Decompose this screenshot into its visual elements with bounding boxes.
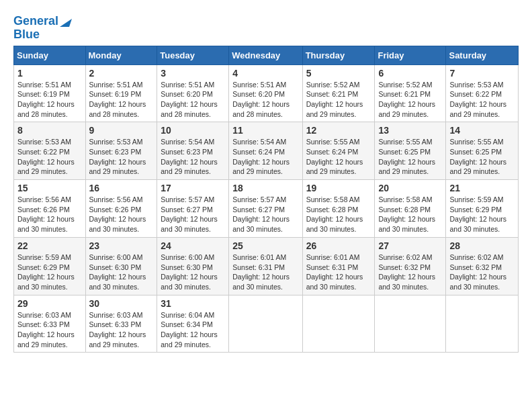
day-info: Sunrise: 5:59 AMSunset: 6:29 PMDaylight:…: [449, 195, 506, 233]
day-info: Sunrise: 5:55 AMSunset: 6:25 PMDaylight:…: [449, 138, 506, 175]
calendar-week-row: 1 Sunrise: 5:51 AMSunset: 6:19 PMDayligh…: [14, 64, 519, 122]
day-number: 20: [378, 183, 442, 193]
day-number: 30: [89, 298, 154, 309]
day-number: 27: [378, 240, 442, 251]
day-number: 22: [17, 240, 82, 251]
day-info: Sunrise: 5:53 AMSunset: 6:23 PMDaylight:…: [89, 138, 146, 175]
calendar-cell: 31 Sunrise: 6:04 AMSunset: 6:34 PMDaylig…: [157, 295, 229, 353]
calendar-header-tuesday: Tuesday: [157, 46, 229, 64]
day-info: Sunrise: 6:02 AMSunset: 6:32 PMDaylight:…: [449, 253, 506, 291]
calendar-cell: [302, 295, 375, 353]
calendar-cell: 25 Sunrise: 6:01 AMSunset: 6:31 PMDaylig…: [229, 237, 302, 295]
day-number: 2: [89, 68, 154, 79]
calendar-cell: 29 Sunrise: 6:03 AMSunset: 6:33 PMDaylig…: [14, 295, 86, 353]
day-number: 4: [232, 68, 298, 79]
calendar-cell: 9 Sunrise: 5:53 AMSunset: 6:23 PMDayligh…: [85, 122, 157, 180]
calendar-week-row: 8 Sunrise: 5:53 AMSunset: 6:22 PMDayligh…: [14, 122, 519, 180]
calendar-header-friday: Friday: [375, 46, 446, 64]
day-number: 26: [306, 240, 371, 251]
calendar-cell: 19 Sunrise: 5:58 AMSunset: 6:28 PMDaylig…: [302, 180, 375, 238]
day-number: 9: [89, 125, 154, 136]
day-number: 3: [161, 68, 225, 79]
calendar-cell: 2 Sunrise: 5:51 AMSunset: 6:19 PMDayligh…: [85, 64, 157, 122]
day-info: Sunrise: 5:57 AMSunset: 6:27 PMDaylight:…: [232, 195, 290, 233]
day-info: Sunrise: 5:58 AMSunset: 6:28 PMDaylight:…: [306, 195, 363, 233]
calendar-cell: 21 Sunrise: 5:59 AMSunset: 6:29 PMDaylig…: [446, 180, 519, 238]
day-info: Sunrise: 6:03 AMSunset: 6:33 PMDaylight:…: [17, 311, 75, 349]
calendar-cell: 10 Sunrise: 5:54 AMSunset: 6:23 PMDaylig…: [157, 122, 229, 180]
day-info: Sunrise: 5:52 AMSunset: 6:21 PMDaylight:…: [378, 81, 435, 118]
day-number: 13: [378, 125, 442, 136]
day-number: 23: [89, 240, 154, 251]
day-info: Sunrise: 5:53 AMSunset: 6:22 PMDaylight:…: [17, 138, 75, 175]
day-number: 19: [306, 183, 371, 193]
calendar-header-monday: Monday: [85, 46, 157, 64]
calendar-table: SundayMondayTuesdayWednesdayThursdayFrid…: [13, 46, 519, 353]
day-info: Sunrise: 5:54 AMSunset: 6:23 PMDaylight:…: [161, 138, 218, 175]
day-number: 21: [449, 183, 515, 193]
calendar-cell: 24 Sunrise: 6:00 AMSunset: 6:30 PMDaylig…: [157, 237, 229, 295]
day-number: 17: [161, 183, 225, 193]
day-number: 5: [306, 68, 371, 79]
day-number: 31: [161, 298, 225, 309]
logo-text-blue: Blue: [13, 28, 40, 41]
calendar-cell: 28 Sunrise: 6:02 AMSunset: 6:32 PMDaylig…: [446, 237, 519, 295]
calendar-header-thursday: Thursday: [302, 46, 375, 64]
calendar-cell: 1 Sunrise: 5:51 AMSunset: 6:19 PMDayligh…: [14, 64, 86, 122]
calendar-cell: 7 Sunrise: 5:53 AMSunset: 6:22 PMDayligh…: [446, 64, 519, 122]
header: General Blue: [13, 12, 519, 42]
day-info: Sunrise: 5:57 AMSunset: 6:27 PMDaylight:…: [161, 195, 218, 233]
day-number: 15: [17, 183, 82, 193]
day-number: 12: [306, 125, 371, 136]
day-number: 7: [449, 68, 515, 79]
calendar-cell: 18 Sunrise: 5:57 AMSunset: 6:27 PMDaylig…: [229, 180, 302, 238]
day-info: Sunrise: 6:03 AMSunset: 6:33 PMDaylight:…: [89, 311, 146, 349]
day-number: 28: [449, 240, 515, 251]
day-info: Sunrise: 5:55 AMSunset: 6:24 PMDaylight:…: [306, 138, 363, 175]
calendar-cell: 27 Sunrise: 6:02 AMSunset: 6:32 PMDaylig…: [375, 237, 446, 295]
day-number: 11: [232, 125, 298, 136]
calendar-cell: [446, 295, 519, 353]
calendar-week-row: 22 Sunrise: 5:59 AMSunset: 6:29 PMDaylig…: [14, 237, 519, 295]
day-info: Sunrise: 5:54 AMSunset: 6:24 PMDaylight:…: [232, 138, 290, 175]
calendar-cell: 8 Sunrise: 5:53 AMSunset: 6:22 PMDayligh…: [14, 122, 86, 180]
calendar-cell: 23 Sunrise: 6:00 AMSunset: 6:30 PMDaylig…: [85, 237, 157, 295]
calendar-cell: [229, 295, 302, 353]
logo-text-general: General: [13, 15, 58, 28]
calendar-cell: 4 Sunrise: 5:51 AMSunset: 6:20 PMDayligh…: [229, 64, 302, 122]
day-number: 18: [232, 183, 298, 193]
logo: General Blue: [13, 15, 72, 42]
calendar-cell: 26 Sunrise: 6:01 AMSunset: 6:31 PMDaylig…: [302, 237, 375, 295]
day-info: Sunrise: 5:56 AMSunset: 6:26 PMDaylight:…: [89, 195, 146, 233]
day-number: 8: [17, 125, 82, 136]
calendar-cell: 16 Sunrise: 5:56 AMSunset: 6:26 PMDaylig…: [85, 180, 157, 238]
svg-marker-0: [60, 19, 72, 27]
calendar-week-row: 15 Sunrise: 5:56 AMSunset: 6:26 PMDaylig…: [14, 180, 519, 238]
day-number: 16: [89, 183, 154, 193]
page-container: General Blue SundayMondayTuesdayWednesda…: [0, 0, 532, 359]
calendar-cell: 15 Sunrise: 5:56 AMSunset: 6:26 PMDaylig…: [14, 180, 86, 238]
day-info: Sunrise: 6:04 AMSunset: 6:34 PMDaylight:…: [161, 311, 218, 349]
calendar-cell: 14 Sunrise: 5:55 AMSunset: 6:25 PMDaylig…: [446, 122, 519, 180]
calendar-header-wednesday: Wednesday: [229, 46, 302, 64]
calendar-week-row: 29 Sunrise: 6:03 AMSunset: 6:33 PMDaylig…: [14, 295, 519, 353]
calendar-cell: [375, 295, 446, 353]
calendar-header-saturday: Saturday: [446, 46, 519, 64]
day-info: Sunrise: 5:56 AMSunset: 6:26 PMDaylight:…: [17, 195, 75, 233]
day-info: Sunrise: 5:59 AMSunset: 6:29 PMDaylight:…: [17, 253, 75, 291]
day-info: Sunrise: 6:00 AMSunset: 6:30 PMDaylight:…: [89, 253, 146, 291]
day-number: 24: [161, 240, 225, 251]
calendar-cell: 12 Sunrise: 5:55 AMSunset: 6:24 PMDaylig…: [302, 122, 375, 180]
calendar-cell: 3 Sunrise: 5:51 AMSunset: 6:20 PMDayligh…: [157, 64, 229, 122]
day-number: 25: [232, 240, 298, 251]
calendar-cell: 11 Sunrise: 5:54 AMSunset: 6:24 PMDaylig…: [229, 122, 302, 180]
day-info: Sunrise: 5:51 AMSunset: 6:19 PMDaylight:…: [89, 81, 146, 118]
day-number: 6: [378, 68, 442, 79]
calendar-cell: 20 Sunrise: 5:58 AMSunset: 6:28 PMDaylig…: [375, 180, 446, 238]
day-info: Sunrise: 5:53 AMSunset: 6:22 PMDaylight:…: [449, 81, 506, 118]
day-info: Sunrise: 6:01 AMSunset: 6:31 PMDaylight:…: [232, 253, 290, 291]
day-info: Sunrise: 5:55 AMSunset: 6:25 PMDaylight:…: [378, 138, 435, 175]
calendar-header-row: SundayMondayTuesdayWednesdayThursdayFrid…: [14, 46, 519, 64]
calendar-cell: 5 Sunrise: 5:52 AMSunset: 6:21 PMDayligh…: [302, 64, 375, 122]
day-info: Sunrise: 6:00 AMSunset: 6:30 PMDaylight:…: [161, 253, 218, 291]
